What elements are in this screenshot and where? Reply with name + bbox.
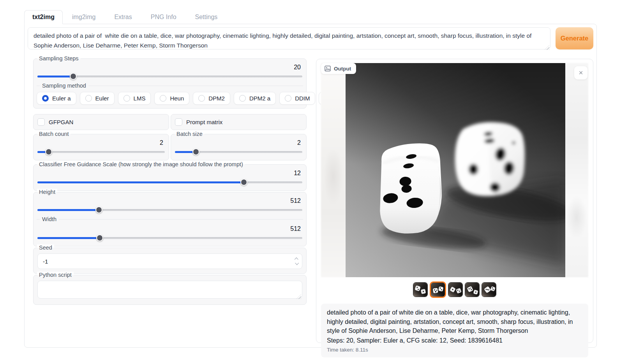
result-time-text: Time taken: 8.11s <box>327 347 582 353</box>
sampling-steps-label: Sampling Steps <box>37 55 81 62</box>
prompt-matrix-checkbox[interactable]: Prompt matrix <box>171 114 307 130</box>
sampler-option-dpm2-a[interactable]: DPM2 a <box>234 92 276 105</box>
python-script-panel: Python script <box>33 275 307 305</box>
radio-icon <box>160 95 166 102</box>
seed-input[interactable] <box>37 253 302 269</box>
cfg-panel: Classifier Free Guidance Scale (how stro… <box>33 164 307 191</box>
batch-size-label: Batch size <box>175 131 205 137</box>
chevron-up-icon[interactable] <box>294 257 298 261</box>
batch-count-panel: Batch count 2 <box>33 134 169 160</box>
tab-bar: txt2img img2img Extras PNG Info Settings <box>24 10 597 24</box>
seed-panel: Seed <box>33 248 307 274</box>
slider-thumb[interactable] <box>192 148 199 155</box>
sampling-panel: Sampling Steps 20 Sampling method Euler … <box>33 58 307 109</box>
gfpgan-checkbox[interactable]: GFPGAN <box>33 114 169 130</box>
batch-size-panel: Batch size 2 <box>171 134 307 160</box>
sampler-option-dpm2[interactable]: DPM2 <box>193 92 230 105</box>
result-prompt-text: detailed photo of a pair of white die on… <box>327 308 582 336</box>
generate-button[interactable]: Generate <box>556 27 593 49</box>
slider-thumb[interactable] <box>70 73 77 80</box>
prompt-input[interactable] <box>28 27 550 49</box>
close-icon[interactable]: × <box>574 66 587 79</box>
radio-icon <box>42 95 49 102</box>
height-slider[interactable] <box>37 207 302 213</box>
batch-count-slider[interactable] <box>37 149 165 155</box>
result-params-text: Steps: 20, Sampler: Euler a, CFG scale: … <box>327 336 582 345</box>
checkbox-icon <box>37 118 45 126</box>
batch-count-label: Batch count <box>37 131 71 137</box>
output-label-chip: Output <box>321 63 356 74</box>
python-script-input[interactable] <box>37 281 302 299</box>
radio-icon <box>85 95 92 102</box>
batch-size-slider[interactable] <box>175 149 302 155</box>
python-script-label: Python script <box>37 272 74 278</box>
generated-image[interactable] <box>346 63 565 277</box>
thumbnail-5[interactable] <box>482 282 496 297</box>
sampler-option-ddim[interactable]: DDIM <box>279 92 315 105</box>
thumbnail-2-selected[interactable] <box>430 281 446 298</box>
thumbnail-4[interactable] <box>465 282 480 297</box>
radio-icon <box>123 95 130 102</box>
gallery-stage: Output × <box>321 63 588 277</box>
sampler-option-lms[interactable]: LMS <box>118 92 151 105</box>
tab-extras[interactable]: Extras <box>105 11 141 24</box>
chevron-down-icon[interactable] <box>295 261 299 265</box>
gallery-next-image[interactable] <box>565 63 588 277</box>
checkbox-icon <box>175 118 182 126</box>
gallery-prev-image[interactable] <box>321 63 346 277</box>
txt2img-panel: Generate Sampling Steps 20 Sampling meth… <box>24 24 597 348</box>
number-spinner[interactable] <box>293 255 300 267</box>
sampling-method-group: Euler a Euler LMS Heun DPM2 DPM2 a DDIM … <box>37 92 303 105</box>
tab-img2img[interactable]: img2img <box>63 11 105 24</box>
slider-thumb[interactable] <box>96 234 103 241</box>
options-grid: GFPGAN Prompt matrix Batch count 2 <box>33 114 307 160</box>
sampling-steps-slider[interactable] <box>37 73 302 79</box>
cfg-slider[interactable] <box>37 179 302 185</box>
tab-settings[interactable]: Settings <box>186 11 227 24</box>
image-icon <box>325 65 331 72</box>
radio-icon <box>285 95 291 102</box>
tab-png-info[interactable]: PNG Info <box>141 11 186 24</box>
thumbnail-3[interactable] <box>448 282 463 297</box>
generation-info: detailed photo of a pair of white die on… <box>321 304 588 357</box>
slider-thumb[interactable] <box>240 179 247 186</box>
cfg-label: Classifier Free Guidance Scale (how stro… <box>37 161 245 167</box>
tab-txt2img[interactable]: txt2img <box>24 10 63 24</box>
thumbnail-1[interactable] <box>413 282 428 297</box>
sampler-option-euler-a[interactable]: Euler a <box>37 92 76 105</box>
sampling-steps-value: 20 <box>37 64 303 72</box>
radio-icon <box>239 95 246 102</box>
settings-column: Sampling Steps 20 Sampling method Euler … <box>28 56 307 343</box>
radio-icon <box>198 95 205 102</box>
sampler-option-heun[interactable]: Heun <box>154 92 189 105</box>
width-slider[interactable] <box>37 235 302 241</box>
dimensions-panel: Height 512 Width 512 <box>33 192 307 246</box>
output-panel: Output × <box>316 59 593 343</box>
gallery-thumbnails <box>321 281 588 298</box>
app-root: txt2img img2img Extras PNG Info Settings… <box>0 0 621 364</box>
height-label: Height <box>37 189 57 195</box>
sampler-option-euler[interactable]: Euler <box>80 92 115 105</box>
seed-label: Seed <box>37 244 54 251</box>
slider-thumb[interactable] <box>45 148 52 155</box>
slider-thumb[interactable] <box>95 206 102 213</box>
width-label: Width <box>37 216 303 222</box>
sampling-method-label: Sampling method <box>37 83 303 89</box>
